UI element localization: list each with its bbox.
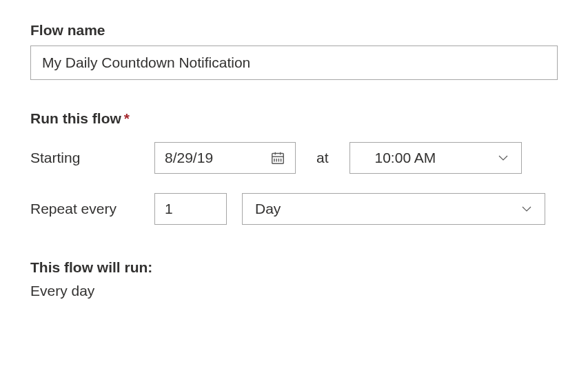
- run-flow-label: Run this flow*: [30, 110, 558, 127]
- repeat-count-input[interactable]: [154, 193, 227, 225]
- chevron-down-icon: [498, 152, 509, 163]
- chevron-down-icon: [521, 203, 532, 214]
- summary-text: Every day: [30, 283, 558, 299]
- svg-rect-0: [272, 154, 284, 164]
- flow-name-label: Flow name: [30, 22, 558, 39]
- flow-name-input[interactable]: [30, 46, 558, 80]
- required-indicator: *: [124, 110, 130, 126]
- starting-time-dropdown[interactable]: 10:00 AM: [349, 142, 522, 174]
- repeat-unit-dropdown[interactable]: Day: [242, 193, 545, 225]
- starting-label: Starting: [30, 150, 154, 166]
- starting-time-value: 10:00 AM: [363, 150, 498, 166]
- at-label: at: [316, 150, 329, 166]
- run-flow-label-text: Run this flow: [30, 110, 121, 126]
- repeat-every-label: Repeat every: [30, 201, 154, 217]
- calendar-icon: [270, 150, 285, 165]
- summary-label: This flow will run:: [30, 259, 558, 276]
- starting-date-value: 8/29/19: [165, 150, 270, 166]
- starting-date-field[interactable]: 8/29/19: [154, 142, 296, 174]
- repeat-unit-value: Day: [255, 201, 521, 217]
